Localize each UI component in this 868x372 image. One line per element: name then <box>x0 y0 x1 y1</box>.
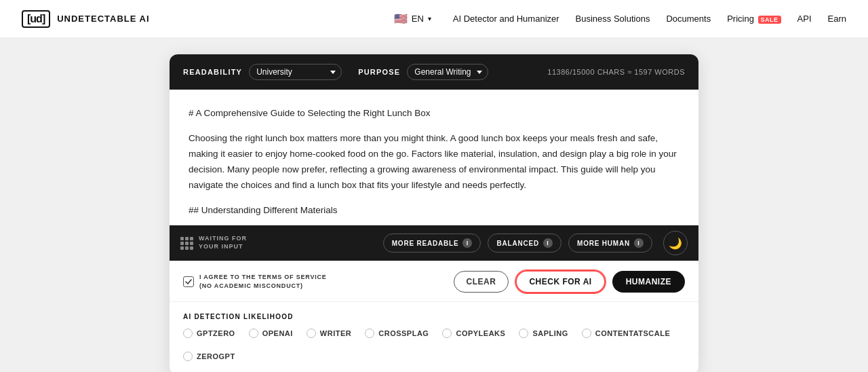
terms-checkbox-area[interactable]: I AGREE TO THE TERMS OF SERVICE (NO ACAD… <box>183 273 327 290</box>
text-subheading: ## Understanding Different Materials <box>189 203 679 219</box>
moon-icon: 🌙 <box>669 237 682 250</box>
balanced-button[interactable]: BALANCED i <box>488 234 561 253</box>
main-content: READABILITY University High School Middl… <box>0 38 868 372</box>
main-nav: 🇺🇸 EN ▾ AI Detector and Humanizer Busine… <box>389 10 846 28</box>
crossplag-radio[interactable] <box>365 329 374 338</box>
contentatscale-radio[interactable] <box>582 329 591 338</box>
text-body: Choosing the right lunch box matters mor… <box>189 131 679 193</box>
sapling-radio[interactable] <box>519 329 528 338</box>
detection-services-list: GPTZERO OPENAI WRITER CROSSPLAG COPYLEAK… <box>183 329 685 361</box>
sapling-label: SAPLING <box>532 329 568 337</box>
ai-detection-section: AI DETECTION LIKELIHOOD GPTZERO OPENAI W… <box>170 301 698 372</box>
humanize-button[interactable]: HUMANIZE <box>612 271 685 293</box>
zerogpt-label: ZEROGPT <box>197 352 235 360</box>
nav-api[interactable]: API <box>797 14 812 24</box>
logo-bracket: [ud] <box>22 10 50 28</box>
language-selector[interactable]: 🇺🇸 EN ▾ <box>389 10 437 28</box>
waiting-indicator: WAITING FOR YOUR INPUT <box>180 235 247 250</box>
crossplag-label: CROSSPLAG <box>378 329 429 337</box>
service-copyleaks[interactable]: COPYLEAKS <box>442 329 505 338</box>
grid-icon <box>180 237 193 250</box>
service-gptzero[interactable]: GPTZERO <box>183 329 235 338</box>
mode-toolbar: WAITING FOR YOUR INPUT MORE READABLE i B… <box>170 225 698 261</box>
check-for-ai-button[interactable]: CHECK FOR AI <box>515 270 605 293</box>
service-zerogpt[interactable]: ZEROGPT <box>183 352 235 361</box>
terms-text: I AGREE TO THE TERMS OF SERVICE (NO ACAD… <box>199 273 327 290</box>
nav-pricing[interactable]: Pricing SALE <box>727 14 781 24</box>
contentatscale-label: CONTENTATSCALE <box>595 329 670 337</box>
gptzero-label: GPTZERO <box>197 329 235 337</box>
action-buttons-group: CLEAR CHECK FOR AI HUMANIZE <box>454 270 685 293</box>
text-heading: # A Comprehensive Guide to Selecting the… <box>189 106 679 122</box>
service-crossplag[interactable]: CROSSPLAG <box>365 329 429 338</box>
more-human-info-icon: i <box>634 238 644 248</box>
nav-earn[interactable]: Earn <box>828 14 846 24</box>
more-human-button[interactable]: MORE HUMAN i <box>568 234 652 253</box>
actions-bar: I AGREE TO THE TERMS OF SERVICE (NO ACAD… <box>170 261 698 301</box>
detection-title: AI DETECTION LIKELIHOOD <box>183 313 685 320</box>
header: [ud] UNDETECTABLE AI 🇺🇸 EN ▾ AI Detector… <box>0 0 868 38</box>
copyleaks-radio[interactable] <box>442 329 452 338</box>
purpose-section: PURPOSE General Writing Essay Article Ma… <box>358 64 488 80</box>
purpose-label: PURPOSE <box>358 68 400 76</box>
readability-label: READABILITY <box>183 68 242 76</box>
writer-radio[interactable] <box>307 329 316 338</box>
service-writer[interactable]: WRITER <box>307 329 351 338</box>
gptzero-radio[interactable] <box>183 329 193 338</box>
chevron-down-icon: ▾ <box>428 15 431 22</box>
sale-badge: SALE <box>758 16 781 24</box>
readability-select[interactable]: University High School Middle School Ele… <box>249 64 342 80</box>
nav-business[interactable]: Business Solutions <box>576 14 650 24</box>
more-readable-info-icon: i <box>462 238 472 248</box>
service-contentatscale[interactable]: CONTENTATSCALE <box>582 329 670 338</box>
terms-checkbox[interactable] <box>183 276 194 287</box>
logo-text: UNDETECTABLE AI <box>57 14 149 24</box>
char-word-stats: 11386/15000 CHARS ≈ 1597 WORDS <box>547 68 685 76</box>
flag-icon: 🇺🇸 <box>394 12 408 25</box>
writer-label: WRITER <box>320 329 351 337</box>
editor-topbar: READABILITY University High School Middl… <box>170 54 698 90</box>
editor-panel: READABILITY University High School Middl… <box>170 54 698 372</box>
openai-radio[interactable] <box>249 329 258 338</box>
lang-code: EN <box>412 14 424 24</box>
dark-mode-toggle[interactable]: 🌙 <box>663 231 688 255</box>
nav-ai-detector[interactable]: AI Detector and Humanizer <box>453 14 559 24</box>
clear-button[interactable]: CLEAR <box>454 271 509 293</box>
editor-text-area[interactable]: # A Comprehensive Guide to Selecting the… <box>170 90 698 225</box>
service-openai[interactable]: OPENAI <box>249 329 293 338</box>
purpose-select[interactable]: General Writing Essay Article Marketing … <box>407 64 488 80</box>
copyleaks-label: COPYLEAKS <box>456 329 505 337</box>
openai-label: OPENAI <box>262 329 293 337</box>
readability-section: READABILITY University High School Middl… <box>183 64 342 80</box>
checkmark-icon <box>185 278 192 285</box>
more-readable-button[interactable]: MORE READABLE i <box>383 234 481 253</box>
waiting-text: WAITING FOR YOUR INPUT <box>199 235 247 250</box>
nav-documents[interactable]: Documents <box>666 14 711 24</box>
balanced-info-icon: i <box>543 238 553 248</box>
service-sapling[interactable]: SAPLING <box>519 329 568 338</box>
zerogpt-radio[interactable] <box>183 352 193 361</box>
logo-area: [ud] UNDETECTABLE AI <box>22 10 150 28</box>
